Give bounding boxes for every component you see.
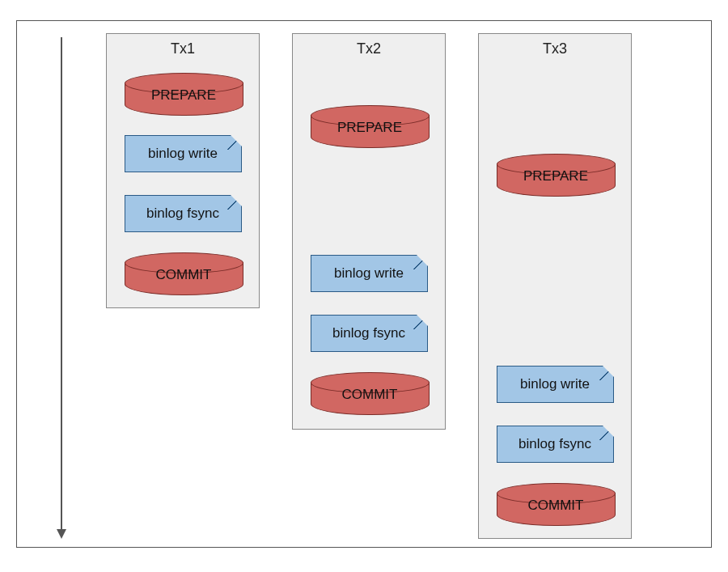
step-binlog-fsync: binlog fsync [123,184,243,244]
column-title: Tx1 [123,40,243,57]
step-label: COMMIT [311,387,429,403]
cylinder-icon: COMMIT [125,252,242,294]
cylinder-icon: COMMIT [497,483,614,525]
spacer [495,205,615,354]
card-icon: binlog fsync [497,426,614,463]
step-binlog-fsync: binlog fsync [309,303,429,363]
spacer [309,156,429,244]
diagram-frame: Tx1 PREPARE binlog write binlog fsync [16,20,712,548]
cylinder-icon: PREPARE [125,73,242,115]
column-tx1: Tx1 PREPARE binlog write binlog fsync [106,33,260,308]
step-label: binlog write [520,376,590,392]
card-icon: binlog fsync [311,315,428,352]
step-label: binlog fsync [518,436,591,452]
step-prepare: PREPARE [495,145,615,205]
step-binlog-write: binlog write [123,124,243,184]
column-tx2: Tx2 PREPARE binlog write binlog fsync [292,33,446,430]
step-binlog-write: binlog write [495,354,615,414]
cylinder-icon: COMMIT [311,372,428,414]
cylinder-icon: PREPARE [497,154,614,196]
arrow-head-icon [57,529,66,539]
step-prepare: PREPARE [309,96,429,156]
step-label: COMMIT [125,267,243,283]
step-label: PREPARE [311,120,429,136]
column-tx3: Tx3 PREPARE binlog write binlog fsync [478,33,632,539]
step-binlog-fsync: binlog fsync [495,414,615,474]
spacer [495,64,615,145]
step-binlog-write: binlog write [309,244,429,303]
step-label: binlog write [148,146,218,162]
step-commit: COMMIT [495,474,615,534]
step-commit: COMMIT [123,244,243,303]
step-label: binlog write [334,265,404,282]
cylinder-icon: PREPARE [311,105,428,147]
card-icon: binlog write [311,255,428,292]
step-label: COMMIT [497,498,615,514]
step-label: PREPARE [497,168,615,184]
card-icon: binlog write [497,366,614,403]
diagram-canvas: Tx1 PREPARE binlog write binlog fsync [0,0,728,572]
arrow-line-icon [61,37,62,531]
step-commit: COMMIT [309,363,429,423]
column-title: Tx2 [309,40,429,57]
spacer [309,64,429,96]
step-label: binlog fsync [146,205,219,222]
card-icon: binlog fsync [125,195,242,232]
step-label: binlog fsync [332,325,405,341]
column-title: Tx3 [495,40,615,57]
step-prepare: PREPARE [123,64,243,124]
step-label: PREPARE [125,87,243,104]
card-icon: binlog write [125,135,242,172]
